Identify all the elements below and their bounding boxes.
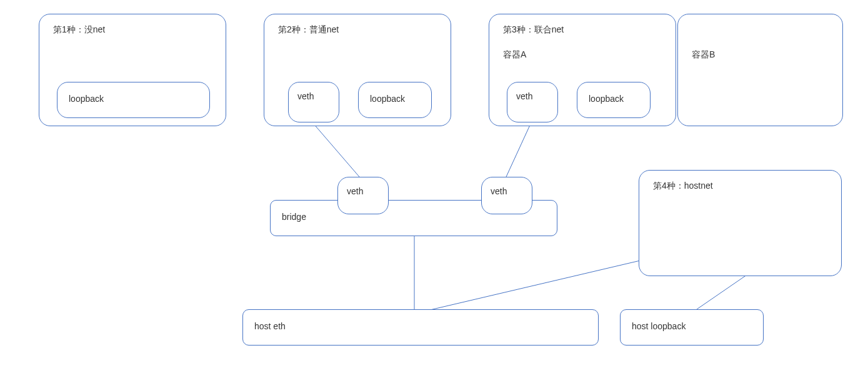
type2-loopback-label: loopback [370,94,405,104]
type2-loopback-box: loopback [358,82,432,118]
type2-veth-box: veth [288,82,339,122]
type3-veth-label: veth [516,91,532,101]
svg-line-3 [406,259,646,316]
host-eth-box: host eth [242,309,599,346]
type3-containerB: 容器B [677,14,843,126]
type1-loopback-box: loopback [57,82,210,118]
type3-containerA: 第3种：联合net 容器A veth loopback [489,14,676,126]
svg-line-1 [506,122,531,177]
type1-loopback-label: loopback [69,94,104,104]
type3-loopback-box: loopback [577,82,651,118]
host-loopback-label: host loopback [632,321,686,331]
type3-loopback-label: loopback [589,94,624,104]
type1-container: 第1种：没net loopback [39,14,226,126]
bridge-label: bridge [282,212,306,222]
type4-container: 第4种：hostnet [639,170,842,276]
bridge-veth-right: veth [481,177,532,214]
svg-line-4 [697,275,747,309]
type2-container: 第2种：普通net veth loopback [264,14,451,126]
bridge-veth-left: veth [337,177,389,214]
type3-containerA-label: 容器A [503,49,526,61]
type2-title: 第2种：普通net [278,24,339,36]
type1-title: 第1种：没net [53,24,105,36]
bridge-veth-right-label: veth [491,186,507,196]
svg-line-0 [312,122,359,177]
bridge-veth-left-label: veth [347,186,363,196]
type2-veth-label: veth [297,91,314,101]
type3-veth-box: veth [507,82,558,122]
host-eth-label: host eth [254,321,286,331]
type4-title: 第4种：hostnet [653,181,713,192]
host-loopback-box: host loopback [620,309,764,346]
type3-containerB-label: 容器B [692,49,715,61]
type3-title: 第3种：联合net [503,24,564,36]
